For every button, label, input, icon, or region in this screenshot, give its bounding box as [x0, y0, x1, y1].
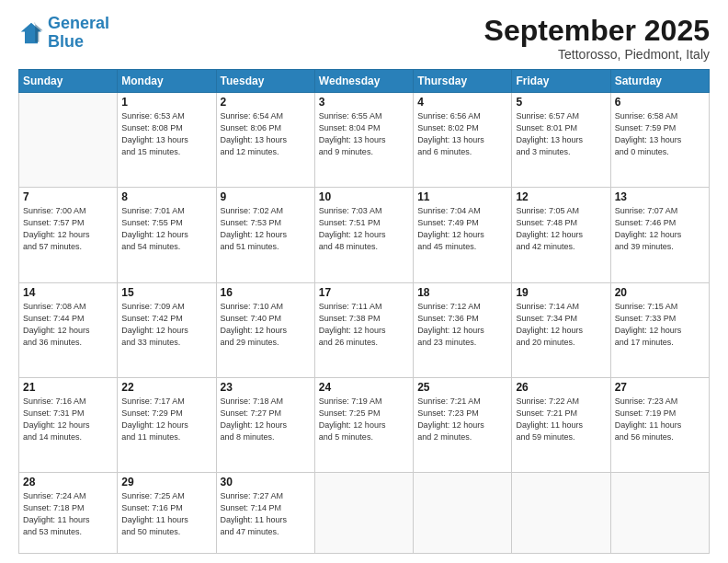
calendar-cell: 18Sunrise: 7:12 AM Sunset: 7:36 PM Dayli…: [414, 282, 512, 377]
day-number: 30: [221, 476, 311, 488]
day-number: 28: [23, 476, 113, 488]
header: General Blue September 2025 Tettorosso, …: [18, 15, 710, 62]
calendar-cell: 16Sunrise: 7:10 AM Sunset: 7:40 PM Dayli…: [216, 282, 314, 377]
day-info: Sunrise: 6:56 AM Sunset: 8:02 PM Dayligh…: [417, 110, 507, 158]
col-header-wednesday: Wednesday: [314, 70, 413, 93]
calendar-cell: 28Sunrise: 7:24 AM Sunset: 7:18 PM Dayli…: [19, 472, 118, 553]
day-number: 5: [516, 96, 606, 109]
day-number: 8: [121, 190, 211, 203]
page: General Blue September 2025 Tettorosso, …: [0, 0, 728, 563]
col-header-sunday: Sunday: [19, 70, 118, 93]
day-info: Sunrise: 7:25 AM Sunset: 7:16 PM Dayligh…: [121, 490, 211, 538]
day-info: Sunrise: 7:03 AM Sunset: 7:51 PM Dayligh…: [319, 205, 409, 253]
day-number: 3: [319, 96, 409, 109]
day-number: 16: [221, 286, 311, 299]
day-info: Sunrise: 7:02 AM Sunset: 7:53 PM Dayligh…: [221, 205, 311, 253]
day-info: Sunrise: 6:54 AM Sunset: 8:06 PM Dayligh…: [221, 110, 311, 158]
day-info: Sunrise: 6:53 AM Sunset: 8:08 PM Dayligh…: [121, 110, 211, 158]
calendar-cell: 2Sunrise: 6:54 AM Sunset: 8:06 PM Daylig…: [216, 93, 314, 188]
day-info: Sunrise: 7:11 AM Sunset: 7:38 PM Dayligh…: [319, 301, 409, 349]
title-block: September 2025 Tettorosso, Piedmont, Ita…: [484, 15, 710, 62]
month-title: September 2025: [484, 15, 710, 47]
day-number: 24: [319, 381, 409, 394]
col-header-saturday: Saturday: [610, 70, 709, 93]
logo-line2: Blue: [48, 32, 84, 51]
day-number: 17: [319, 286, 409, 299]
header-row: SundayMondayTuesdayWednesdayThursdayFrid…: [19, 70, 710, 93]
calendar-cell: 4Sunrise: 6:56 AM Sunset: 8:02 PM Daylig…: [414, 93, 512, 188]
calendar-cell: [19, 93, 118, 188]
calendar-cell: 8Sunrise: 7:01 AM Sunset: 7:55 PM Daylig…: [118, 188, 216, 282]
calendar-cell: 11Sunrise: 7:04 AM Sunset: 7:49 PM Dayli…: [414, 188, 512, 282]
logo-line1: General: [48, 14, 109, 32]
day-number: 12: [516, 190, 606, 203]
calendar-cell: 20Sunrise: 7:15 AM Sunset: 7:33 PM Dayli…: [610, 282, 709, 377]
location-subtitle: Tettorosso, Piedmont, Italy: [484, 47, 710, 62]
day-number: 11: [417, 190, 507, 203]
calendar-cell: 6Sunrise: 6:58 AM Sunset: 7:59 PM Daylig…: [610, 93, 709, 188]
day-number: 25: [417, 381, 507, 394]
day-number: 10: [319, 190, 409, 203]
day-info: Sunrise: 7:19 AM Sunset: 7:25 PM Dayligh…: [319, 396, 409, 443]
logo-icon: [18, 20, 44, 46]
day-number: 29: [121, 476, 211, 488]
day-info: Sunrise: 7:17 AM Sunset: 7:29 PM Dayligh…: [121, 396, 211, 443]
day-info: Sunrise: 7:16 AM Sunset: 7:31 PM Dayligh…: [23, 396, 113, 443]
day-number: 21: [23, 381, 113, 394]
day-number: 9: [221, 190, 311, 203]
calendar-cell: 10Sunrise: 7:03 AM Sunset: 7:51 PM Dayli…: [314, 188, 413, 282]
col-header-monday: Monday: [118, 70, 216, 93]
day-info: Sunrise: 7:07 AM Sunset: 7:46 PM Dayligh…: [615, 205, 705, 253]
calendar-cell: 9Sunrise: 7:02 AM Sunset: 7:53 PM Daylig…: [216, 188, 314, 282]
day-number: 23: [221, 381, 311, 394]
day-info: Sunrise: 7:18 AM Sunset: 7:27 PM Dayligh…: [221, 396, 311, 443]
calendar-cell: 13Sunrise: 7:07 AM Sunset: 7:46 PM Dayli…: [610, 188, 709, 282]
day-info: Sunrise: 7:09 AM Sunset: 7:42 PM Dayligh…: [121, 301, 211, 349]
calendar-cell: 24Sunrise: 7:19 AM Sunset: 7:25 PM Dayli…: [314, 377, 413, 472]
day-info: Sunrise: 6:55 AM Sunset: 8:04 PM Dayligh…: [319, 110, 409, 158]
day-number: 26: [516, 381, 606, 394]
day-number: 19: [516, 286, 606, 299]
col-header-thursday: Thursday: [414, 70, 512, 93]
day-info: Sunrise: 7:23 AM Sunset: 7:19 PM Dayligh…: [615, 396, 705, 443]
calendar-week-4: 21Sunrise: 7:16 AM Sunset: 7:31 PM Dayli…: [19, 377, 710, 472]
day-number: 1: [121, 96, 211, 109]
calendar-week-3: 14Sunrise: 7:08 AM Sunset: 7:44 PM Dayli…: [19, 282, 710, 377]
day-info: Sunrise: 7:21 AM Sunset: 7:23 PM Dayligh…: [417, 396, 507, 443]
col-header-tuesday: Tuesday: [216, 70, 314, 93]
day-info: Sunrise: 7:15 AM Sunset: 7:33 PM Dayligh…: [615, 301, 705, 349]
day-info: Sunrise: 7:04 AM Sunset: 7:49 PM Dayligh…: [417, 205, 507, 253]
calendar-cell: 12Sunrise: 7:05 AM Sunset: 7:48 PM Dayli…: [512, 188, 610, 282]
day-info: Sunrise: 6:57 AM Sunset: 8:01 PM Dayligh…: [516, 110, 606, 158]
svg-marker-1: [34, 23, 43, 42]
calendar-cell: 22Sunrise: 7:17 AM Sunset: 7:29 PM Dayli…: [118, 377, 216, 472]
calendar-week-1: 1Sunrise: 6:53 AM Sunset: 8:08 PM Daylig…: [19, 93, 710, 188]
day-info: Sunrise: 7:01 AM Sunset: 7:55 PM Dayligh…: [121, 205, 211, 253]
day-info: Sunrise: 7:14 AM Sunset: 7:34 PM Dayligh…: [516, 301, 606, 349]
calendar-table: SundayMondayTuesdayWednesdayThursdayFrid…: [18, 69, 710, 554]
logo: General Blue: [18, 15, 109, 52]
calendar-cell: 27Sunrise: 7:23 AM Sunset: 7:19 PM Dayli…: [610, 377, 709, 472]
calendar-cell: 17Sunrise: 7:11 AM Sunset: 7:38 PM Dayli…: [314, 282, 413, 377]
day-number: 6: [615, 96, 705, 109]
day-info: Sunrise: 7:05 AM Sunset: 7:48 PM Dayligh…: [516, 205, 606, 253]
calendar-cell: 29Sunrise: 7:25 AM Sunset: 7:16 PM Dayli…: [118, 472, 216, 553]
col-header-friday: Friday: [512, 70, 610, 93]
day-number: 22: [121, 381, 211, 394]
calendar-week-5: 28Sunrise: 7:24 AM Sunset: 7:18 PM Dayli…: [19, 472, 710, 553]
day-number: 4: [417, 96, 507, 109]
day-number: 15: [121, 286, 211, 299]
calendar-cell: 30Sunrise: 7:27 AM Sunset: 7:14 PM Dayli…: [216, 472, 314, 553]
calendar-cell: [512, 472, 610, 553]
calendar-cell: [414, 472, 512, 553]
day-number: 20: [615, 286, 705, 299]
day-info: Sunrise: 7:27 AM Sunset: 7:14 PM Dayligh…: [221, 490, 311, 538]
calendar-cell: 19Sunrise: 7:14 AM Sunset: 7:34 PM Dayli…: [512, 282, 610, 377]
day-info: Sunrise: 7:10 AM Sunset: 7:40 PM Dayligh…: [221, 301, 311, 349]
calendar-cell: 23Sunrise: 7:18 AM Sunset: 7:27 PM Dayli…: [216, 377, 314, 472]
day-number: 27: [615, 381, 705, 394]
calendar-cell: 21Sunrise: 7:16 AM Sunset: 7:31 PM Dayli…: [19, 377, 118, 472]
day-info: Sunrise: 7:12 AM Sunset: 7:36 PM Dayligh…: [417, 301, 507, 349]
calendar-cell: [610, 472, 709, 553]
day-info: Sunrise: 7:24 AM Sunset: 7:18 PM Dayligh…: [23, 490, 113, 538]
